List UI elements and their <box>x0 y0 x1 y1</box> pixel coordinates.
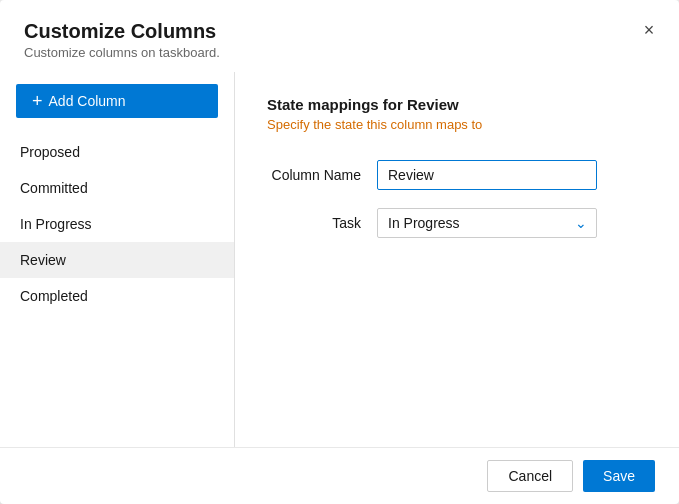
sidebar-item-review[interactable]: Review <box>0 242 234 278</box>
plus-icon: + <box>32 92 43 110</box>
task-label: Task <box>267 215 377 231</box>
dialog-title: Customize Columns <box>24 20 655 43</box>
panel-subtitle: Specify the state this column maps to <box>267 117 647 132</box>
sidebar-item-proposed[interactable]: Proposed <box>0 134 234 170</box>
add-column-label: Add Column <box>49 93 126 109</box>
sidebar-item-in-progress[interactable]: In Progress <box>0 206 234 242</box>
dialog-body: + Add Column Proposed Committed In Progr… <box>0 72 679 447</box>
close-icon: × <box>644 20 655 41</box>
close-button[interactable]: × <box>635 16 663 44</box>
sidebar-item-committed[interactable]: Committed <box>0 170 234 206</box>
task-select-wrapper: In Progress To Do Done ⌄ <box>377 208 597 238</box>
customize-columns-dialog: Customize Columns Customize columns on t… <box>0 0 679 504</box>
save-button[interactable]: Save <box>583 460 655 492</box>
sidebar: + Add Column Proposed Committed In Progr… <box>0 72 235 447</box>
main-panel: State mappings for Review Specify the st… <box>235 72 679 447</box>
dialog-header: Customize Columns Customize columns on t… <box>0 0 679 72</box>
dialog-footer: Cancel Save <box>0 447 679 504</box>
column-name-row: Column Name <box>267 160 647 190</box>
dialog-subtitle: Customize columns on taskboard. <box>24 45 655 60</box>
sidebar-item-completed[interactable]: Completed <box>0 278 234 314</box>
column-name-input[interactable] <box>377 160 597 190</box>
cancel-button[interactable]: Cancel <box>487 460 573 492</box>
task-row: Task In Progress To Do Done ⌄ <box>267 208 647 238</box>
task-select[interactable]: In Progress To Do Done <box>377 208 597 238</box>
panel-title: State mappings for Review <box>267 96 647 113</box>
add-column-button[interactable]: + Add Column <box>16 84 218 118</box>
column-name-label: Column Name <box>267 167 377 183</box>
